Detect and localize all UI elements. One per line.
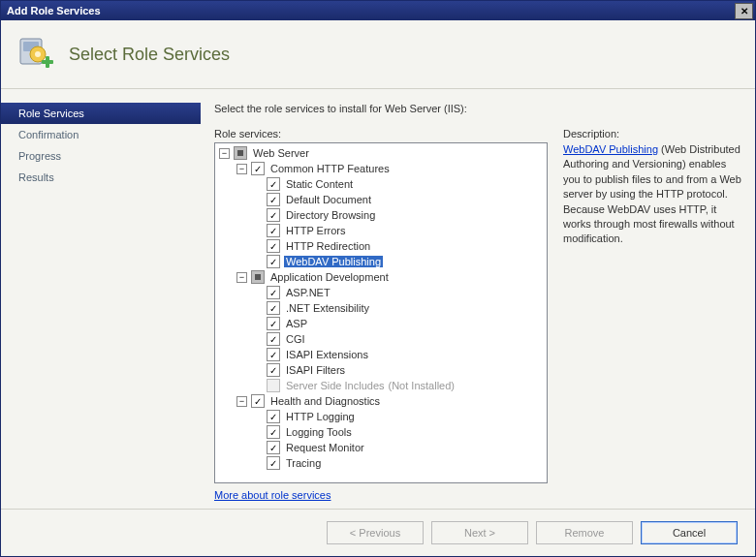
tree-children: Static ContentDefault DocumentDirectory … xyxy=(236,176,545,269)
tree-item-label[interactable]: HTTP Redirection xyxy=(284,240,372,252)
tree-node: −Common HTTP FeaturesStatic ContentDefau… xyxy=(236,161,545,269)
toggle-spacer xyxy=(254,211,263,220)
tree-node: −Application DevelopmentASP.NET.NET Exte… xyxy=(236,269,545,393)
tree-row[interactable]: CGI xyxy=(254,331,545,347)
tree-node: CGI xyxy=(254,331,545,347)
title-bar[interactable]: Add Role Services ✕ xyxy=(1,1,755,20)
checkbox[interactable] xyxy=(267,363,280,377)
checkbox[interactable] xyxy=(251,394,265,408)
tree-item-label[interactable]: ASP xyxy=(284,318,309,329)
collapse-icon[interactable]: − xyxy=(236,164,247,174)
tree-item-label[interactable]: Static Content xyxy=(284,178,355,190)
tree-row[interactable]: ASP.NET xyxy=(254,285,545,300)
tree-node: HTTP Errors xyxy=(254,223,545,238)
tree-item-label[interactable]: ISAPI Extensions xyxy=(284,349,370,360)
checkbox[interactable] xyxy=(267,456,280,470)
tree-node: ISAPI Extensions xyxy=(254,347,545,362)
tree-item-label[interactable]: Web Server xyxy=(251,147,311,159)
tree-item-label[interactable]: ASP.NET xyxy=(284,287,332,298)
tree-row[interactable]: Logging Tools xyxy=(254,424,545,440)
window-title: Add Role Services xyxy=(7,5,101,16)
role-services-tree[interactable]: −Web Server−Common HTTP FeaturesStatic C… xyxy=(214,142,548,483)
toggle-spacer xyxy=(254,382,263,390)
checkbox[interactable] xyxy=(267,239,280,253)
tree-row[interactable]: HTTP Redirection xyxy=(254,238,545,254)
checkbox[interactable] xyxy=(267,224,280,237)
description-column: Description: WebDAV Publishing (Web Dist… xyxy=(563,128,741,501)
step-role-services[interactable]: Role Services xyxy=(1,103,201,124)
tree-item-label[interactable]: Logging Tools xyxy=(284,426,354,438)
checkbox[interactable] xyxy=(251,270,265,284)
cancel-button[interactable]: Cancel xyxy=(641,521,738,544)
tree-row[interactable]: ISAPI Extensions xyxy=(254,347,545,362)
more-about-link[interactable]: More about role services xyxy=(214,489,548,501)
close-button[interactable]: ✕ xyxy=(735,3,753,19)
checkbox[interactable] xyxy=(267,410,280,423)
checkbox[interactable] xyxy=(251,162,265,175)
tree-item-label[interactable]: Tracing xyxy=(284,457,323,469)
checkbox[interactable] xyxy=(234,146,247,160)
checkbox[interactable] xyxy=(267,208,280,222)
tree-item-label[interactable]: .NET Extensibility xyxy=(284,302,371,314)
step-confirmation[interactable]: Confirmation xyxy=(1,124,201,145)
tree-row[interactable]: HTTP Logging xyxy=(254,409,545,424)
next-button[interactable]: Next > xyxy=(431,521,528,544)
tree-row[interactable]: WebDAV Publishing xyxy=(254,254,545,269)
tree-item-label[interactable]: Directory Browsing xyxy=(284,209,377,221)
tree-item-label[interactable]: WebDAV Publishing xyxy=(284,256,383,267)
checkbox[interactable] xyxy=(267,301,280,315)
tree-row[interactable]: ASP xyxy=(254,316,545,331)
tree-row[interactable]: Static Content xyxy=(254,176,545,192)
tree-item-label[interactable]: Default Document xyxy=(284,194,373,205)
checkbox[interactable] xyxy=(267,441,280,454)
checkbox[interactable] xyxy=(267,348,280,361)
checkbox[interactable] xyxy=(267,255,280,268)
tree-row[interactable]: −Health and Diagnostics xyxy=(236,393,545,409)
tree-node: −Health and DiagnosticsHTTP LoggingLoggi… xyxy=(236,393,545,471)
collapse-icon[interactable]: − xyxy=(236,396,247,407)
tree-node: −Web Server−Common HTTP FeaturesStatic C… xyxy=(219,145,545,471)
header: Select Role Services xyxy=(1,20,755,89)
tree-item-label[interactable]: HTTP Logging xyxy=(284,411,357,422)
tree-row[interactable]: −Web Server xyxy=(219,145,545,161)
toggle-spacer xyxy=(254,428,263,437)
content-area: Role ServicesConfirmationProgressResults… xyxy=(1,89,755,509)
toggle-spacer xyxy=(254,227,263,235)
checkbox[interactable] xyxy=(267,193,280,206)
tree-item-label[interactable]: HTTP Errors xyxy=(284,225,348,236)
collapse-icon[interactable]: − xyxy=(236,272,247,283)
checkbox[interactable] xyxy=(267,332,280,346)
columns: Role services: −Web Server−Common HTTP F… xyxy=(214,128,741,501)
tree-item-label[interactable]: Request Monitor xyxy=(284,442,366,453)
checkbox xyxy=(267,379,280,392)
remove-button[interactable]: Remove xyxy=(536,521,633,544)
tree-row[interactable]: HTTP Errors xyxy=(254,223,545,238)
step-progress[interactable]: Progress xyxy=(1,145,201,167)
previous-button[interactable]: < Previous xyxy=(327,521,424,544)
collapse-icon[interactable]: − xyxy=(219,148,230,159)
tree-row[interactable]: Directory Browsing xyxy=(254,207,545,223)
tree-row[interactable]: Request Monitor xyxy=(254,440,545,455)
tree-item-label[interactable]: Application Development xyxy=(268,271,391,283)
tree-row[interactable]: −Common HTTP Features xyxy=(236,161,545,176)
tree-row[interactable]: ISAPI Filters xyxy=(254,362,545,378)
tree-row[interactable]: Default Document xyxy=(254,192,545,207)
tree-row[interactable]: −Application Development xyxy=(236,269,545,285)
description-link[interactable]: WebDAV Publishing xyxy=(563,143,658,155)
tree-row[interactable]: Server Side Includes (Not Installed) xyxy=(254,378,545,393)
tree-item-label[interactable]: ISAPI Filters xyxy=(284,364,347,376)
main-panel: Select the role services to install for … xyxy=(201,89,755,509)
checkbox[interactable] xyxy=(267,177,280,191)
tree-row[interactable]: .NET Extensibility xyxy=(254,300,545,316)
checkbox[interactable] xyxy=(267,286,280,299)
tree-item-label[interactable]: Server Side Includes xyxy=(284,380,387,391)
tree-row[interactable]: Tracing xyxy=(254,455,545,471)
tree-item-suffix: (Not Installed) xyxy=(387,380,457,391)
tree-item-label[interactable]: Common HTTP Features xyxy=(268,163,392,174)
step-results[interactable]: Results xyxy=(1,167,201,188)
tree-item-label[interactable]: CGI xyxy=(284,333,307,345)
tree-item-label[interactable]: Health and Diagnostics xyxy=(268,395,382,407)
tree-node: Default Document xyxy=(254,192,545,207)
checkbox[interactable] xyxy=(267,317,280,330)
checkbox[interactable] xyxy=(267,425,280,439)
